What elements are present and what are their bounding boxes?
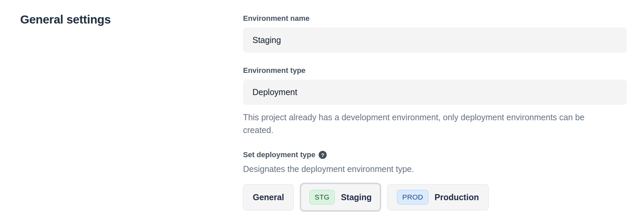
settings-form: Environment name Environment type This p… [243,0,644,219]
deployment-option-production[interactable]: PROD Production [387,184,489,210]
environment-name-input[interactable] [243,28,627,53]
deployment-type-label-row: Set deployment type ? [243,150,627,159]
environment-type-group: Environment type This project already ha… [243,66,627,136]
stg-badge: STG [309,190,335,205]
settings-page: General settings Environment name Enviro… [0,0,644,219]
environment-name-label: Environment name [243,14,310,23]
environment-name-group: Environment name [243,14,627,53]
environment-type-help-text: This project already has a development e… [243,111,606,136]
deployment-option-general-label: General [253,192,284,202]
deployment-option-general[interactable]: General [243,184,294,210]
page-title: General settings [20,13,243,26]
settings-left-column: General settings [0,0,243,219]
question-mark-icon[interactable]: ? [319,151,327,159]
deployment-type-label: Set deployment type [243,150,315,159]
environment-type-input[interactable] [243,80,627,105]
deployment-option-staging-label: Staging [341,192,372,202]
prod-badge: PROD [397,190,429,205]
deployment-type-options: General STG Staging PROD Production [243,183,627,212]
deployment-option-staging[interactable]: STG Staging [300,183,381,212]
deployment-option-production-label: Production [435,192,479,202]
environment-type-label: Environment type [243,66,306,75]
deployment-type-group: Set deployment type ? Designates the dep… [243,150,627,212]
deployment-type-description: Designates the deployment environment ty… [243,163,627,175]
